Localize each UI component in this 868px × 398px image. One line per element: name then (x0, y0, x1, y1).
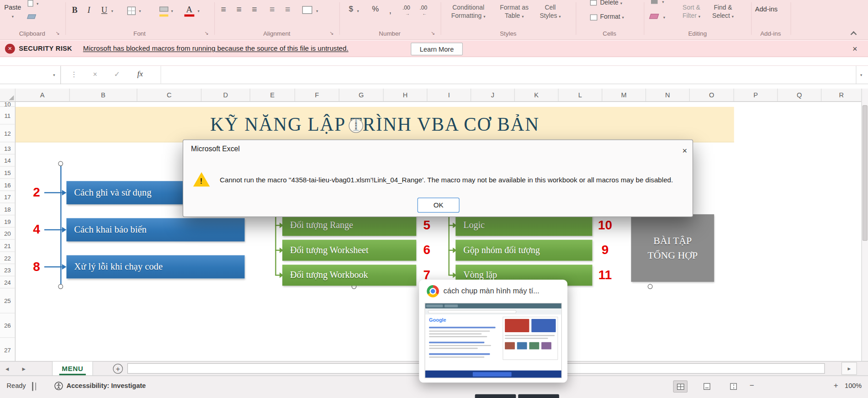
cell-styles-button[interactable]: Cell Styles ▾ (540, 3, 561, 20)
menu-button-worksheet[interactable]: Đối tượng Worksheet (282, 240, 416, 261)
row-header[interactable]: 20 (0, 228, 15, 240)
column-header[interactable]: J (471, 89, 515, 101)
addins-button[interactable]: Add-ins (755, 5, 778, 13)
format-cells-button[interactable]: Format ▾ (600, 13, 624, 20)
borders-icon[interactable] (127, 7, 136, 15)
merge-center-icon[interactable] (302, 6, 312, 14)
macro-record-icon[interactable] (32, 382, 33, 390)
name-box-dropdown-icon[interactable]: ▾ (53, 73, 55, 77)
row-header[interactable]: 11 (0, 107, 15, 125)
paste-button[interactable]: Paste ▾ (2, 3, 23, 18)
autosum-dropdown-icon[interactable]: ▾ (662, 0, 664, 4)
delete-cells-button[interactable]: Delete ▾ (600, 0, 622, 5)
column-header[interactable]: I (427, 89, 471, 101)
column-header[interactable]: P (734, 89, 778, 101)
column-header[interactable]: L (559, 89, 603, 101)
page-layout-view-button[interactable] (700, 380, 715, 393)
bold-button[interactable]: B (72, 5, 78, 15)
row-header[interactable]: 21 (0, 240, 15, 252)
column-header[interactable]: F (295, 89, 339, 101)
taskbar-window-peek[interactable] (518, 394, 559, 398)
borders-dropdown-icon[interactable]: ▾ (139, 9, 141, 12)
currency-icon[interactable]: $ (349, 5, 353, 13)
column-header[interactable]: R (821, 89, 861, 101)
row-header[interactable]: 17 (0, 191, 15, 203)
underline-button[interactable]: U (101, 5, 107, 15)
column-header[interactable]: K (515, 89, 559, 101)
decrease-decimal-icon[interactable]: .00 (419, 5, 427, 11)
select-all-button[interactable] (0, 89, 16, 101)
sheet-tab-menu[interactable]: MENU (52, 361, 93, 376)
banner-close-icon[interactable]: × (852, 44, 857, 53)
scroll-right-button[interactable]: ▸ (842, 362, 857, 375)
row-header[interactable]: 18 (0, 203, 15, 216)
format-as-table-button[interactable]: Format as Table ▾ (500, 3, 529, 20)
dialog-close-icon[interactable]: × (677, 143, 692, 157)
insert-function-button[interactable]: fx (138, 70, 143, 79)
vertical-scrollbar-thumb[interactable] (863, 105, 868, 241)
formula-input-field[interactable] (161, 66, 856, 84)
decrease-indent-icon[interactable]: ≡ (270, 5, 275, 15)
row-header[interactable]: 16 (0, 179, 15, 191)
format-painter-icon[interactable] (27, 15, 36, 19)
learn-more-button[interactable]: Learn More (411, 42, 463, 55)
menu-button-logic[interactable]: Logic (455, 215, 592, 236)
column-header[interactable]: H (384, 89, 428, 101)
taskbar-window-peek[interactable] (475, 394, 516, 398)
conditional-formatting-button[interactable]: Conditional Formatting ▾ (451, 3, 486, 20)
align-right-icon[interactable]: ≡ (252, 5, 257, 15)
merge-center-dropdown-icon[interactable]: ▾ (316, 9, 318, 12)
row-header[interactable]: 14 (0, 154, 15, 167)
align-center-icon[interactable]: ≡ (236, 5, 241, 15)
name-box-input[interactable] (0, 66, 60, 84)
fill-color-icon[interactable] (159, 7, 168, 12)
alignment-dialog-launcher-icon[interactable]: ↘ (329, 31, 333, 36)
clipboard-dialog-launcher-icon[interactable]: ↘ (55, 31, 59, 36)
column-header[interactable]: D (201, 89, 250, 101)
row-header[interactable]: 26 (0, 313, 15, 338)
row-header[interactable]: 12 (0, 125, 15, 143)
zoom-out-button[interactable]: − (750, 381, 754, 390)
column-header[interactable]: M (602, 89, 646, 101)
paste-dropdown-icon[interactable]: ▾ (2, 15, 23, 18)
menu-button-range[interactable]: Đối tượng Range (282, 215, 416, 236)
clear-eraser-icon[interactable] (649, 14, 659, 19)
normal-view-button[interactable] (673, 380, 688, 393)
new-sheet-button[interactable]: + (113, 364, 123, 374)
row-header[interactable]: 13 (0, 142, 15, 154)
menu-button-group-objects[interactable]: Gộp nhóm đối tượng (455, 240, 592, 261)
increase-indent-icon[interactable]: ≡ (285, 5, 290, 15)
find-select-button[interactable]: Find & Select ▾ (712, 3, 734, 20)
ok-button[interactable]: OK (418, 198, 460, 213)
column-header[interactable]: E (250, 89, 295, 101)
sort-filter-button[interactable]: Sort & Filter ▾ (683, 3, 700, 20)
copy-dropdown-icon[interactable]: ▾ (37, 2, 38, 6)
browser-thumbnail-popup[interactable]: cách chụp màn hình máy tí... Google (419, 280, 567, 382)
expand-formula-bar[interactable]: ▾ (856, 66, 868, 84)
shape-handle[interactable] (58, 284, 63, 289)
column-header[interactable]: O (690, 89, 734, 101)
row-header[interactable]: 10 (0, 102, 15, 107)
row-header[interactable]: 22 (0, 252, 15, 264)
row-header[interactable]: 25 (0, 288, 15, 313)
menu-button-exercises[interactable]: BÀI TẬP TỔNG HỢP (631, 214, 714, 282)
menu-button-variables[interactable]: Cách khai báo biến (66, 218, 244, 241)
column-header[interactable]: C (138, 89, 202, 101)
formula-input[interactable] (160, 66, 856, 84)
font-color-dropdown-icon[interactable]: ▾ (198, 9, 200, 12)
name-box[interactable]: ▾ (0, 66, 61, 84)
security-risk-link[interactable]: Microsoft has blocked macros from runnin… (83, 45, 349, 53)
column-header[interactable]: B (70, 89, 138, 101)
fill-color-dropdown-icon[interactable]: ▾ (171, 9, 173, 12)
page-break-view-button[interactable] (726, 380, 741, 393)
formula-bar-splitter-icon[interactable]: ⋮ (70, 70, 78, 79)
copy-icon[interactable] (28, 0, 33, 7)
row-header[interactable]: 24 (0, 276, 15, 289)
confirm-entry-icon[interactable]: ✓ (114, 70, 120, 79)
row-header[interactable]: 19 (0, 215, 15, 228)
accessibility-icon[interactable] (54, 382, 63, 392)
row-header[interactable]: 15 (0, 167, 15, 179)
prev-sheet-icon[interactable]: ◂ (5, 365, 9, 373)
column-header[interactable]: N (646, 89, 690, 101)
clear-dropdown-icon[interactable]: ▾ (663, 16, 665, 19)
